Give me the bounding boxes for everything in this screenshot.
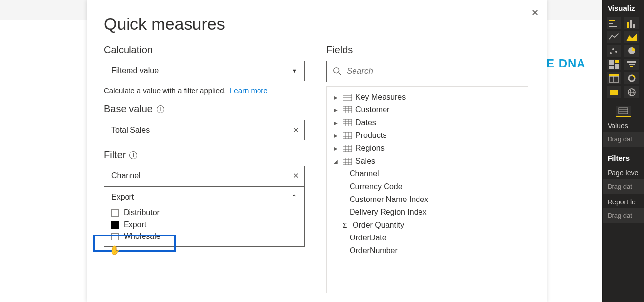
filter-option-label: Distributor: [124, 208, 160, 217]
viz-table-icon[interactable]: [607, 72, 621, 84]
tree-item-products[interactable]: ▶ Products: [327, 129, 528, 142]
table-icon: [343, 158, 352, 165]
calculation-dropdown[interactable]: Filtered value ▼: [104, 61, 305, 81]
chevron-up-icon: ⌃: [291, 193, 297, 201]
values-well-placeholder[interactable]: Drag dat: [603, 132, 644, 147]
tree-item-regions[interactable]: ▶ Regions: [327, 142, 528, 155]
expand-icon[interactable]: ▶: [334, 95, 339, 100]
tree-item-dates[interactable]: ▶ Dates: [327, 116, 528, 129]
calculation-hint: Calculate a value with a filter applied.…: [104, 86, 305, 95]
learn-more-link[interactable]: Learn more: [230, 86, 268, 95]
viz-funnel-icon[interactable]: [624, 59, 639, 70]
tree-label: Sales: [355, 157, 375, 166]
svg-rect-27: [619, 108, 628, 114]
tree-label: Regions: [355, 144, 385, 153]
viz-line-icon[interactable]: [607, 31, 621, 43]
report-level-filters-well[interactable]: Drag dat: [603, 208, 644, 223]
svg-point-8: [612, 48, 614, 50]
viz-treemap-icon[interactable]: [607, 59, 621, 70]
table-icon: [343, 145, 352, 152]
viz-stacked-bar-icon[interactable]: [607, 17, 621, 29]
filter-label: Filter i: [104, 149, 305, 161]
viz-card-icon[interactable]: [607, 86, 621, 98]
tree-label: Channel: [350, 169, 379, 178]
svg-line-31: [339, 73, 341, 75]
tree-item-sales[interactable]: ◢ Sales: [327, 155, 528, 168]
calculation-hint-text: Calculate a value with a filter applied.: [104, 86, 226, 95]
svg-rect-12: [615, 60, 619, 63]
tree-label: Dates: [355, 118, 376, 127]
svg-rect-17: [630, 66, 633, 67]
tree-item-currency-code[interactable]: Currency Code: [327, 180, 528, 193]
filter-option-label: Wholesale: [124, 232, 161, 241]
filters-title: Filters: [603, 147, 644, 165]
svg-point-7: [610, 52, 612, 54]
visualizations-panel: Visualiz: [602, 0, 644, 302]
tree-label: Products: [355, 131, 386, 140]
viz-donut-icon[interactable]: [624, 72, 639, 84]
tree-item-key-measures[interactable]: ▶ Key Measures: [327, 91, 528, 103]
tree-item-channel[interactable]: Channel: [327, 168, 528, 180]
calculation-selected: Filtered value: [111, 67, 159, 75]
viz-globe-icon[interactable]: [624, 86, 639, 98]
fields-search[interactable]: [326, 61, 528, 82]
tree-item-customer-name-index[interactable]: Customer Name Index: [327, 193, 528, 206]
checkbox-icon[interactable]: [111, 209, 119, 217]
fields-column: Fields ▶ Key Measures ▶ Customer: [326, 44, 528, 293]
tree-item-order-number[interactable]: OrderNumber: [327, 244, 528, 257]
tree-item-delivery-region-index[interactable]: Delivery Region Index: [327, 206, 528, 219]
filter-values-header[interactable]: Export ⌃: [104, 186, 304, 207]
svg-rect-11: [609, 60, 614, 65]
tree-item-customer[interactable]: ▶ Customer: [327, 103, 528, 116]
expand-icon[interactable]: ▶: [334, 107, 339, 113]
checkbox-icon[interactable]: [111, 233, 119, 240]
fields-label: Fields: [326, 44, 528, 56]
collapse-icon[interactable]: ◢: [334, 159, 339, 164]
page-level-filters-well[interactable]: Drag dat: [603, 179, 644, 194]
filter-option-wholesale[interactable]: Wholesale: [111, 231, 297, 242]
close-icon[interactable]: ✕: [528, 4, 542, 21]
search-icon: [333, 67, 342, 76]
svg-rect-3: [627, 22, 629, 28]
viz-scatter-icon[interactable]: [607, 45, 621, 57]
expand-icon[interactable]: ▶: [334, 120, 339, 126]
viz-pie-icon[interactable]: [624, 45, 639, 57]
base-value-field[interactable]: Total Sales ✕: [104, 120, 305, 140]
chevron-down-icon: ▼: [292, 68, 297, 74]
tree-label: OrderNumber: [350, 246, 398, 255]
filter-option-export[interactable]: Export: [111, 219, 297, 231]
viz-column-icon[interactable]: [624, 17, 639, 29]
checkbox-checked-icon[interactable]: [111, 221, 119, 229]
filter-values-list: Export ⌃ Distributor Export: [104, 186, 305, 247]
base-value-label: Base value i: [104, 103, 305, 115]
svg-rect-0: [609, 20, 615, 21]
search-input[interactable]: [347, 67, 522, 76]
dialog-title: Quick measures: [104, 14, 530, 34]
viz-area-icon[interactable]: [624, 31, 639, 43]
table-icon: [343, 106, 352, 113]
tree-item-order-quantity[interactable]: ΣOrder Quantity: [327, 219, 528, 232]
info-icon[interactable]: i: [157, 105, 164, 113]
filter-values-selected: Export: [111, 193, 134, 201]
expand-icon[interactable]: ▶: [334, 146, 339, 151]
svg-rect-15: [627, 61, 636, 63]
svg-rect-16: [629, 64, 635, 65]
svg-rect-45: [343, 132, 352, 139]
clear-base-value-icon[interactable]: ✕: [293, 126, 299, 134]
fields-tree: ▶ Key Measures ▶ Customer ▶ Dates: [326, 86, 528, 293]
svg-rect-50: [343, 145, 352, 152]
tree-item-order-date[interactable]: OrderDate: [327, 232, 528, 244]
expand-icon[interactable]: ▶: [334, 133, 339, 138]
filter-option-distributor[interactable]: Distributor: [111, 207, 297, 219]
sigma-icon: Σ: [341, 221, 349, 229]
svg-rect-4: [630, 20, 632, 28]
svg-rect-32: [343, 94, 352, 101]
info-icon[interactable]: i: [129, 151, 137, 159]
svg-point-9: [615, 51, 617, 53]
svg-point-30: [334, 68, 339, 73]
svg-rect-23: [610, 90, 618, 95]
svg-rect-5: [633, 24, 635, 28]
svg-rect-13: [615, 64, 619, 69]
filter-field[interactable]: Channel ✕: [104, 166, 305, 186]
clear-filter-icon[interactable]: ✕: [293, 171, 299, 180]
